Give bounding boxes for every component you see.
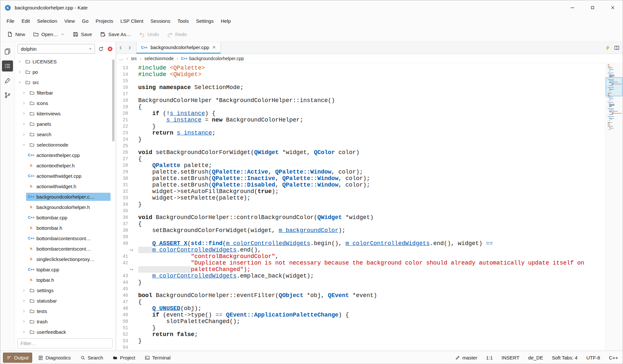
h-file-icon: h bbox=[28, 226, 34, 230]
tree-item-topbar-h[interactable]: htopbar.h bbox=[15, 275, 116, 285]
close-button[interactable] bbox=[603, 0, 623, 15]
project-filter-input[interactable] bbox=[17, 338, 113, 348]
project-tree-scrollbar[interactable] bbox=[112, 59, 114, 141]
sidebar-tool-documents[interactable] bbox=[2, 46, 13, 57]
status-panel-diagnostics[interactable]: Diagnostics bbox=[34, 353, 74, 363]
menu-sessions[interactable]: Sessions bbox=[147, 16, 174, 26]
cpp-file-icon: C++ bbox=[28, 195, 34, 199]
tree-item-userfeedback[interactable]: userfeedback bbox=[15, 327, 116, 337]
menu-selection[interactable]: Selection bbox=[33, 16, 61, 26]
sidebar-tool-project-list[interactable] bbox=[2, 60, 13, 72]
tree-item-bottombarcontentscont[interactable]: C++bottombarcontentscont… bbox=[15, 233, 116, 243]
open-button[interactable]: Open… bbox=[30, 29, 68, 40]
status-c[interactable]: C++ bbox=[609, 355, 618, 360]
quick-open-bolt-icon[interactable] bbox=[605, 45, 611, 51]
status-panel-search[interactable]: Search bbox=[77, 353, 107, 363]
status-panel-project[interactable]: Project bbox=[109, 353, 139, 363]
line-number: 41 bbox=[116, 253, 128, 260]
minimize-button[interactable] bbox=[562, 0, 582, 15]
chevron-right-icon bbox=[22, 330, 26, 334]
status-soft-tabs-4[interactable]: Soft Tabs: 4 bbox=[552, 355, 577, 360]
code-line-wrap: ↪ paletteChanged"); bbox=[116, 266, 604, 273]
close-project-icon[interactable] bbox=[107, 46, 113, 52]
menu-go[interactable]: Go bbox=[78, 16, 92, 26]
line-number: 30 bbox=[116, 175, 128, 182]
menu-file[interactable]: File bbox=[3, 16, 18, 26]
breadcrumb-src[interactable]: src bbox=[131, 56, 137, 61]
sidebar-tool-git-branch[interactable] bbox=[2, 90, 13, 101]
svg-text:K: K bbox=[7, 6, 9, 9]
tree-item-trash[interactable]: trash bbox=[15, 316, 116, 327]
menu-edit[interactable]: Edit bbox=[18, 16, 33, 26]
tree-item-backgroundcolorhelper-c[interactable]: C++backgroundcolorhelper.c… bbox=[15, 191, 116, 202]
minimap-bars bbox=[608, 64, 621, 130]
status-insert[interactable]: INSERT bbox=[502, 355, 520, 360]
folder-icon bbox=[29, 329, 35, 335]
breadcrumb-backgroundcolorhelper-cpp[interactable]: C++backgroundcolorhelper.cpp bbox=[181, 56, 244, 61]
menu-view[interactable]: View bbox=[61, 16, 78, 26]
tree-item-kitemviews[interactable]: kitemviews bbox=[15, 108, 116, 119]
line-number: 15 bbox=[116, 78, 128, 84]
menu-settings[interactable]: Settings bbox=[192, 16, 217, 26]
tree-item-filterbar[interactable]: filterbar bbox=[15, 87, 116, 98]
status-1-1[interactable]: 1:1 bbox=[486, 355, 493, 360]
project-selector[interactable]: dolphin bbox=[18, 44, 95, 54]
tree-item-actiontexthelper-h[interactable]: hactiontexthelper.h bbox=[15, 160, 116, 171]
code-line-19: 19{ bbox=[116, 104, 604, 110]
code-line-20: 20 if (!s_instance) { bbox=[116, 110, 604, 117]
menu-help[interactable]: Help bbox=[217, 16, 234, 26]
sidebar-tool-brush[interactable] bbox=[2, 75, 13, 86]
tree-item-bottombar-cpp[interactable]: C++bottombar.cpp bbox=[15, 212, 116, 223]
code-line-25: 25 bbox=[116, 143, 604, 149]
save-as-button[interactable]: Save As… bbox=[97, 29, 134, 40]
status-de-de[interactable]: de_DE bbox=[528, 355, 543, 360]
tree-item-tests[interactable]: tests bbox=[15, 306, 116, 316]
status-utf-8[interactable]: UTF-8 bbox=[586, 355, 600, 360]
tree-item-actiontexthelper-cpp[interactable]: C++actiontexthelper.cpp bbox=[15, 150, 116, 160]
tree-item-src[interactable]: src bbox=[15, 77, 116, 87]
tab-close-icon[interactable]: × bbox=[212, 45, 216, 50]
maximize-button[interactable] bbox=[582, 0, 603, 15]
code-editor[interactable]: 13#include <QPalette>14#include <QWidget… bbox=[116, 63, 623, 351]
save-button[interactable]: Save bbox=[69, 29, 95, 40]
tree-item-statusbar[interactable]: statusbar bbox=[15, 295, 116, 306]
line-number: 40 bbox=[116, 240, 128, 247]
breadcrumb-selectionmode[interactable]: selectionmode bbox=[144, 56, 174, 61]
tree-item-actionwithwidget-h[interactable]: hactionwithwidget.h bbox=[15, 181, 116, 191]
status-panel-output[interactable]: Output bbox=[3, 353, 32, 363]
tab-history-back-icon[interactable] bbox=[116, 42, 125, 54]
minimap[interactable] bbox=[605, 63, 623, 351]
tab-backgroundcolorhelper[interactable]: C++ backgroundcolorhelper.cpp × bbox=[136, 42, 221, 54]
tree-item-backgroundcolorhelper-h[interactable]: hbackgroundcolorhelper.h bbox=[15, 202, 116, 212]
new-button[interactable]: New bbox=[4, 29, 28, 40]
tree-item-icons[interactable]: icons bbox=[15, 98, 116, 108]
tree-item-bottombar-h[interactable]: hbottombar.h bbox=[15, 223, 116, 233]
status-panel-buttons: OutputDiagnosticsSearchProjectTerminal bbox=[3, 353, 174, 363]
tree-item-settings[interactable]: settings bbox=[15, 285, 116, 295]
split-view-icon[interactable] bbox=[614, 45, 620, 51]
status-panel-terminal[interactable]: Terminal bbox=[141, 353, 174, 363]
redo-button[interactable]: Redo bbox=[164, 29, 190, 40]
line-number: 33 bbox=[116, 195, 128, 201]
tree-item-panels[interactable]: panels bbox=[15, 119, 116, 129]
tree-item-bottombarcontentscont[interactable]: hbottombarcontentscont… bbox=[15, 243, 116, 254]
status-master[interactable]: master bbox=[455, 355, 477, 360]
tree-item-po[interactable]: po bbox=[15, 67, 116, 77]
folder-icon bbox=[29, 121, 35, 127]
menu-tools[interactable]: Tools bbox=[174, 16, 192, 26]
minimap-viewport[interactable] bbox=[606, 77, 622, 96]
reload-project-icon[interactable] bbox=[98, 46, 104, 52]
tree-item-actionwithwidget-cpp[interactable]: C++actionwithwidget.cpp bbox=[15, 171, 116, 181]
breadcrumb-[interactable]: … bbox=[119, 56, 124, 61]
tree-item-search[interactable]: search bbox=[15, 129, 116, 139]
tree-item-licenses[interactable]: LICENSES bbox=[15, 56, 116, 67]
undo-button[interactable]: Undo bbox=[136, 29, 162, 40]
cpp-file-icon: C++ bbox=[28, 153, 34, 157]
menu-lsp-client[interactable]: LSP Client bbox=[117, 16, 147, 26]
tree-item-topbar-cpp[interactable]: C++topbar.cpp bbox=[15, 264, 116, 275]
tree-item-singleclickselectionproxy[interactable]: hsingleclickselectionproxy… bbox=[15, 254, 116, 264]
tab-history-forward-icon[interactable] bbox=[125, 42, 134, 54]
menu-projects[interactable]: Projects bbox=[92, 16, 117, 26]
code-line-33: 33 widget->setPalette(palette); bbox=[116, 195, 604, 201]
tree-item-selectionmode[interactable]: selectionmode bbox=[15, 139, 116, 150]
